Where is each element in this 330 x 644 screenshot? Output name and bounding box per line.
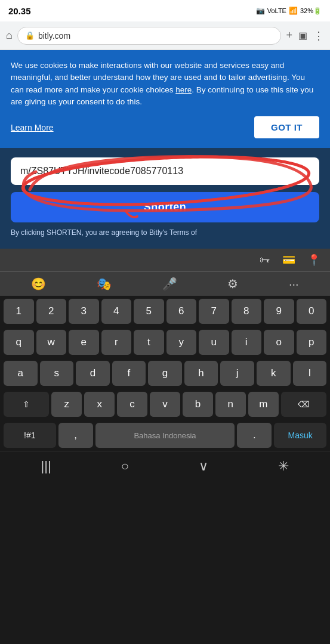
learn-more-button[interactable]: Learn More	[11, 123, 54, 132]
key-g[interactable]: g	[148, 361, 182, 386]
browser-bar: ⌂ 🔒 bitly.com + ▣ ⋮	[0, 21, 330, 50]
key-7[interactable]: 7	[199, 299, 229, 324]
recents-button[interactable]: ∨	[199, 459, 208, 474]
period-key[interactable]: .	[237, 423, 272, 448]
home-button[interactable]: ○	[121, 459, 129, 474]
key-x[interactable]: x	[84, 392, 115, 417]
key-c[interactable]: c	[117, 392, 147, 417]
emoji-key[interactable]: 😊	[31, 277, 46, 291]
row-z: ⇧ z x c v b n m ⌫	[0, 389, 330, 420]
key-u[interactable]: u	[199, 330, 229, 355]
keyboard-emoji-row: 😊 🎭 🎤 ⚙ ···	[0, 272, 330, 296]
row-q: q w e r t y u i o p	[0, 327, 330, 358]
key-icon[interactable]: 🗝	[260, 254, 270, 267]
location-icon[interactable]: 📍	[307, 253, 320, 267]
number-row: 1 2 3 4 5 6 7 8 9 0	[0, 296, 330, 327]
camera-icon: 📷	[256, 7, 265, 15]
wifi-icon: 📶	[289, 7, 298, 15]
back-button[interactable]: |||	[41, 459, 51, 474]
shorten-button[interactable]: Shorten	[11, 192, 319, 222]
status-bar: 20.35 📷 VoLTE 📶 32%🔋	[0, 0, 330, 21]
key-2[interactable]: 2	[36, 299, 67, 324]
settings-key[interactable]: ⚙	[227, 277, 238, 291]
key-e[interactable]: e	[69, 330, 99, 355]
key-j[interactable]: j	[220, 361, 254, 386]
key-h[interactable]: h	[184, 361, 218, 386]
url-text: bitly.com	[38, 31, 70, 41]
key-0[interactable]: 0	[297, 299, 327, 324]
key-o[interactable]: o	[264, 330, 294, 355]
key-5[interactable]: 5	[134, 299, 164, 324]
terms-text: By clicking SHORTEN, you are agreeing to…	[11, 228, 319, 237]
cookie-link[interactable]: here	[175, 85, 192, 94]
key-q[interactable]: q	[4, 330, 34, 355]
key-z[interactable]: z	[51, 392, 82, 417]
battery-icon: 32%🔋	[300, 7, 322, 15]
special-key[interactable]: !#1	[4, 423, 56, 448]
key-p[interactable]: p	[297, 330, 327, 355]
lock-icon: 🔒	[25, 31, 35, 40]
apps-button[interactable]: ✳	[278, 459, 289, 474]
mic-key[interactable]: 🎤	[162, 277, 177, 291]
menu-icon[interactable]: ⋮	[313, 29, 324, 42]
key-t[interactable]: t	[134, 330, 164, 355]
url-input-area[interactable]	[11, 157, 319, 185]
key-k[interactable]: k	[257, 361, 291, 386]
status-time: 20.35	[8, 6, 31, 16]
cookie-text: We use cookies to make interactions with…	[11, 60, 319, 108]
comma-key[interactable]: ,	[58, 423, 93, 448]
keyboard-toolbar: 🗝 💳 📍	[0, 249, 330, 272]
url-bar[interactable]: 🔒 bitly.com	[17, 27, 282, 45]
key-4[interactable]: 4	[101, 299, 132, 324]
backspace-key[interactable]: ⌫	[281, 392, 326, 417]
nav-bar: ||| ○ ∨ ✳	[0, 451, 330, 481]
key-w[interactable]: w	[36, 330, 67, 355]
home-icon[interactable]: ⌂	[6, 29, 13, 42]
key-3[interactable]: 3	[69, 299, 99, 324]
url-input[interactable]	[20, 166, 310, 177]
cast-icon[interactable]: ▣	[298, 30, 307, 41]
more-key[interactable]: ···	[289, 277, 299, 291]
key-b[interactable]: b	[183, 392, 213, 417]
cookie-actions: Learn More GOT IT	[11, 116, 319, 138]
browser-actions: + ▣ ⋮	[286, 29, 324, 42]
key-v[interactable]: v	[150, 392, 180, 417]
key-l[interactable]: l	[293, 361, 327, 386]
key-8[interactable]: 8	[232, 299, 262, 324]
got-it-button[interactable]: GOT IT	[254, 116, 319, 138]
signal-icon: VoLTE	[267, 7, 286, 14]
key-6[interactable]: 6	[166, 299, 197, 324]
key-f[interactable]: f	[112, 361, 146, 386]
shift-key[interactable]: ⇧	[4, 392, 49, 417]
key-s[interactable]: s	[40, 361, 74, 386]
row-a: a s d f g h j k l	[0, 358, 330, 389]
key-m[interactable]: m	[248, 392, 279, 417]
key-n[interactable]: n	[215, 392, 246, 417]
card-icon[interactable]: 💳	[282, 253, 295, 267]
main-content: Shorten By clicking SHORTEN, you are agr…	[0, 148, 330, 249]
enter-key[interactable]: Masuk	[274, 423, 326, 448]
key-y[interactable]: y	[166, 330, 197, 355]
key-1[interactable]: 1	[4, 299, 34, 324]
key-d[interactable]: d	[76, 361, 110, 386]
bottom-row: !#1 , Bahasa Indonesia . Masuk	[0, 420, 330, 451]
status-icons: 📷 VoLTE 📶 32%🔋	[256, 7, 322, 15]
space-key[interactable]: Bahasa Indonesia	[95, 423, 235, 448]
key-9[interactable]: 9	[264, 299, 294, 324]
cookie-banner: We use cookies to make interactions with…	[0, 50, 330, 148]
key-i[interactable]: i	[232, 330, 262, 355]
key-r[interactable]: r	[101, 330, 132, 355]
key-a[interactable]: a	[4, 361, 38, 386]
sticker-key[interactable]: 🎭	[97, 277, 112, 291]
new-tab-icon[interactable]: +	[286, 29, 292, 42]
